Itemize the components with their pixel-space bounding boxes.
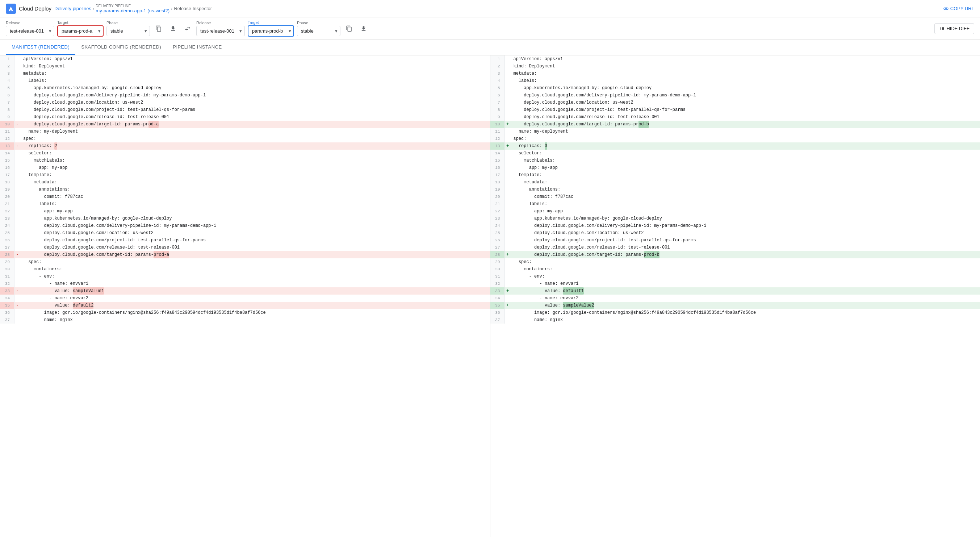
diff-marker	[505, 128, 511, 135]
diff-marker	[14, 135, 20, 142]
diff-marker: -	[14, 287, 20, 295]
diff-marker	[14, 280, 20, 287]
table-row: 33+ value: default1	[490, 287, 980, 295]
diff-marker	[14, 63, 20, 70]
line-number: 4	[0, 77, 14, 84]
diff-marker	[14, 164, 20, 171]
diff-marker	[505, 222, 511, 229]
table-row: 31 - env:	[490, 273, 980, 280]
left-phase-select[interactable]: stable	[107, 26, 150, 36]
table-row: 2kind: Deployment	[490, 63, 980, 70]
table-row: 31 - env:	[0, 273, 490, 280]
diff-highlight: sampleValue1	[73, 287, 104, 295]
breadcrumb-delivery-pipelines[interactable]: Delivery pipelines	[54, 6, 91, 11]
swap-button[interactable]	[182, 23, 193, 34]
table-row: 18 metadata:	[0, 178, 490, 186]
line-number: 23	[0, 215, 14, 222]
line-number: 17	[0, 171, 14, 178]
line-content: labels:	[511, 201, 980, 208]
diff-marker	[14, 150, 20, 157]
diff-marker	[14, 92, 20, 99]
table-row: 27 deploy.cloud.google.com/release-id: t…	[0, 244, 490, 251]
tab-skaffold[interactable]: SKAFFOLD CONFIG (RENDERED)	[75, 40, 167, 55]
line-content: template:	[20, 171, 490, 178]
line-content: metadata:	[20, 70, 490, 77]
table-row: 24 deploy.cloud.google.com/delivery-pipe…	[0, 222, 490, 229]
diff-marker	[14, 193, 20, 201]
copy-url-button[interactable]: COPY URL	[943, 6, 974, 11]
line-content: containers:	[511, 266, 980, 273]
line-content: deploy.cloud.google.com/location: us-wes…	[20, 229, 490, 237]
diff-marker	[14, 113, 20, 121]
line-number: 20	[0, 193, 14, 201]
diff-marker	[505, 215, 511, 222]
left-copy-button[interactable]	[153, 23, 164, 34]
diff-marker	[14, 157, 20, 164]
table-row: 14 selector:	[0, 150, 490, 157]
line-content: - name: envvar2	[20, 295, 490, 302]
line-content: app.kubernetes.io/managed-by: google-clo…	[20, 84, 490, 92]
hide-diff-label: HIDE DIFF	[946, 26, 969, 31]
right-download-button[interactable]	[358, 23, 369, 34]
diff-marker	[505, 208, 511, 215]
table-row: 36 image: gcr.io/google-containers/nginx…	[490, 309, 980, 316]
diff-marker	[505, 237, 511, 244]
breadcrumb: Delivery pipelines › DELIVERY PIPELINE m…	[54, 4, 212, 13]
left-release-group: Release test-release-001 ▾	[6, 21, 54, 36]
line-number: 28	[0, 251, 14, 258]
diff-highlight: od-b	[638, 121, 649, 128]
right-phase-select[interactable]: stable	[297, 26, 340, 36]
left-diff-pane[interactable]: 1apiVersion: apps/v12kind: Deployment3me…	[0, 56, 490, 537]
left-target-label: Target	[57, 20, 103, 25]
diff-marker	[14, 171, 20, 178]
diff-marker	[505, 164, 511, 171]
line-number: 6	[0, 92, 14, 99]
breadcrumb-sep1: ›	[93, 6, 94, 11]
line-content: labels:	[20, 77, 490, 84]
right-copy-button[interactable]	[343, 23, 355, 34]
line-content: name: my-deployment	[20, 128, 490, 135]
hide-diff-button[interactable]: HIDE DIFF	[934, 23, 974, 34]
line-content: app.kubernetes.io/managed-by: google-clo…	[511, 215, 980, 222]
left-target-select[interactable]: params-prod-a	[57, 25, 103, 37]
diff-marker	[505, 244, 511, 251]
line-number: 14	[0, 150, 14, 157]
table-row: 22 app: my-app	[0, 208, 490, 215]
diff-marker	[14, 77, 20, 84]
table-row: 6 deploy.cloud.google.com/delivery-pipel…	[490, 92, 980, 99]
diff-marker	[505, 56, 511, 63]
table-row: 20 commit: f787cac	[0, 193, 490, 201]
diff-marker	[14, 258, 20, 266]
line-content: - name: envvar1	[20, 280, 490, 287]
diff-marker	[14, 309, 20, 316]
line-content: deploy.cloud.google.com/target-id: param…	[20, 251, 490, 258]
line-number: 4	[490, 77, 505, 84]
right-release-select[interactable]: test-release-001	[196, 26, 245, 36]
left-release-select[interactable]: test-release-001	[6, 26, 54, 36]
table-row: 2kind: Deployment	[0, 63, 490, 70]
diff-marker	[14, 70, 20, 77]
tab-manifest[interactable]: MANIFEST (RENDERED)	[6, 40, 75, 55]
line-number: 30	[0, 266, 14, 273]
line-number: 20	[490, 193, 505, 201]
line-number: 21	[490, 201, 505, 208]
diff-marker	[505, 84, 511, 92]
line-content: labels:	[20, 201, 490, 208]
breadcrumb-pipeline-name[interactable]: my-params-demo-app-1 (us-west2)	[95, 8, 170, 13]
line-number: 24	[490, 222, 505, 229]
diff-marker	[505, 106, 511, 113]
right-target-select[interactable]: params-prod-b	[248, 25, 294, 37]
line-number: 31	[490, 273, 505, 280]
right-diff-pane[interactable]: 1apiVersion: apps/v12kind: Deployment3me…	[490, 56, 980, 537]
table-row: 3metadata:	[490, 70, 980, 77]
line-number: 22	[490, 208, 505, 215]
tab-pipeline[interactable]: PIPELINE INSTANCE	[167, 40, 228, 55]
diff-marker	[505, 273, 511, 280]
left-download-button[interactable]	[167, 23, 179, 34]
right-target-label: Target	[248, 20, 294, 25]
diff-marker: +	[505, 251, 511, 258]
diff-highlight: 3	[545, 142, 547, 150]
table-row: 16 app: my-app	[490, 164, 980, 171]
line-content: deploy.cloud.google.com/delivery-pipelin…	[20, 92, 490, 99]
table-row: 18 metadata:	[490, 178, 980, 186]
